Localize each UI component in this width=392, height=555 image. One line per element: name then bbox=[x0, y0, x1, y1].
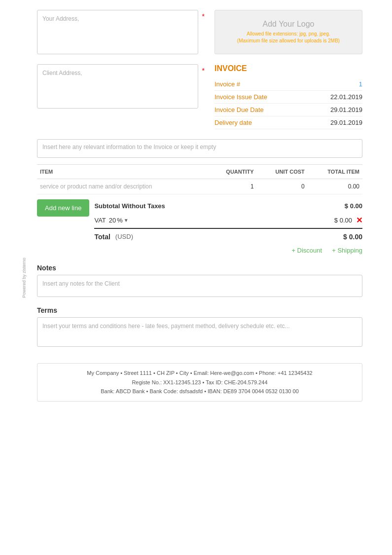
invoice-details: INVOICE Invoice # 1 Invoice Issue Date 2… bbox=[214, 64, 362, 129]
discount-shipping-row: + Discount + Shipping bbox=[94, 245, 362, 256]
invoice-issue-label: Invoice Issue Date bbox=[214, 93, 267, 101]
col-item: ITEM bbox=[37, 165, 208, 179]
total-row: Total (USD) $ 0.00 bbox=[94, 228, 362, 245]
terms-title: Terms bbox=[37, 306, 362, 314]
client-section: * INVOICE Invoice # 1 Invoice Issue Date… bbox=[37, 64, 362, 129]
invoice-number-value[interactable]: 1 bbox=[359, 80, 362, 88]
logo-subtitle: Allowed file extensions: jpg, png, jpeg.… bbox=[237, 31, 340, 44]
subtotal-label: Subtotal Without Taxes bbox=[94, 202, 165, 210]
terms-input[interactable] bbox=[37, 317, 362, 347]
vat-label: VAT bbox=[94, 217, 106, 224]
total-label: Total bbox=[94, 233, 110, 241]
col-quantity: QUANTITY bbox=[208, 165, 257, 179]
subtotal-row: Subtotal Without Taxes $ 0.00 bbox=[94, 199, 362, 213]
item-quantity[interactable]: 1 bbox=[208, 179, 257, 194]
add-line-button[interactable]: Add new line bbox=[37, 199, 89, 217]
vat-pct-value: 20 bbox=[109, 217, 116, 224]
client-address-input[interactable] bbox=[37, 64, 198, 109]
table-row: service or product name and/or descripti… bbox=[37, 179, 362, 194]
invoice-due-row: Invoice Due Date 29.01.2019 bbox=[214, 104, 362, 116]
client-address-block: * bbox=[37, 64, 205, 129]
discount-link[interactable]: + Discount bbox=[291, 247, 322, 254]
notes-input[interactable] bbox=[37, 275, 362, 297]
vat-pct[interactable]: 20 % ▼ bbox=[109, 217, 129, 224]
subtotal-value: $ 0.00 bbox=[345, 202, 362, 210]
invoice-number-label: Invoice # bbox=[214, 80, 240, 88]
item-unit-cost[interactable]: 0 bbox=[257, 179, 308, 194]
notes-title: Notes bbox=[37, 264, 362, 272]
item-description[interactable]: service or product name and/or descripti… bbox=[37, 179, 208, 194]
from-address-block: * bbox=[37, 10, 205, 54]
footer: My Company • Street 1111 • CH ZIP • City… bbox=[37, 363, 362, 402]
vat-amount: $ 0.00 bbox=[334, 217, 352, 224]
vat-delete-icon[interactable]: ✕ bbox=[356, 216, 362, 225]
delivery-date-label: Delivery date bbox=[214, 119, 252, 126]
col-unit-cost: UNIT COST bbox=[257, 165, 308, 179]
invoice-due-value[interactable]: 29.01.2019 bbox=[330, 106, 362, 113]
reference-input[interactable] bbox=[37, 139, 362, 158]
shipping-link[interactable]: + Shipping bbox=[332, 247, 362, 254]
vat-pct-symbol: % bbox=[117, 217, 123, 224]
from-address-input[interactable] bbox=[37, 10, 198, 54]
delivery-date-value[interactable]: 29.01.2019 bbox=[330, 119, 362, 126]
delivery-date-row: Delivery date 29.01.2019 bbox=[214, 116, 362, 129]
footer-line1: My Company • Street 1111 • CH ZIP • City… bbox=[42, 369, 357, 378]
totals-block: Subtotal Without Taxes $ 0.00 VAT 20 % ▼… bbox=[94, 199, 362, 256]
invoice-issue-row: Invoice Issue Date 22.01.2019 bbox=[214, 91, 362, 104]
top-section: * Add Your Logo Allowed file extensions:… bbox=[37, 10, 362, 54]
item-total: 0.00 bbox=[308, 179, 362, 194]
col-total-item: TOTAL ITEM bbox=[308, 165, 362, 179]
total-currency: (USD) bbox=[115, 233, 133, 241]
logo-block[interactable]: Add Your Logo Allowed file extensions: j… bbox=[214, 10, 362, 54]
vat-chevron-icon[interactable]: ▼ bbox=[124, 218, 129, 223]
invoice-number-row: Invoice # 1 bbox=[214, 78, 362, 91]
client-address-required: * bbox=[202, 67, 205, 74]
bottom-section: Add new line Subtotal Without Taxes $ 0.… bbox=[37, 199, 362, 256]
invoice-title: INVOICE bbox=[214, 64, 362, 73]
items-table: ITEM QUANTITY UNIT COST TOTAL ITEM servi… bbox=[37, 164, 362, 194]
total-value: $ 0.00 bbox=[343, 233, 362, 241]
powered-label: Powered by zisterno bbox=[22, 258, 27, 298]
vat-row: VAT 20 % ▼ $ 0.00 ✕ bbox=[94, 213, 362, 228]
logo-title: Add Your Logo bbox=[263, 20, 315, 29]
footer-line2: Registe No.: XX1-12345.123 • Tax ID: CHE… bbox=[42, 378, 357, 387]
invoice-issue-value[interactable]: 22.01.2019 bbox=[330, 93, 362, 101]
invoice-due-label: Invoice Due Date bbox=[214, 106, 264, 113]
from-address-required: * bbox=[202, 12, 205, 20]
footer-line3: Bank: ABCD Bank • Bank Code: dsfsadsfd •… bbox=[42, 387, 357, 396]
